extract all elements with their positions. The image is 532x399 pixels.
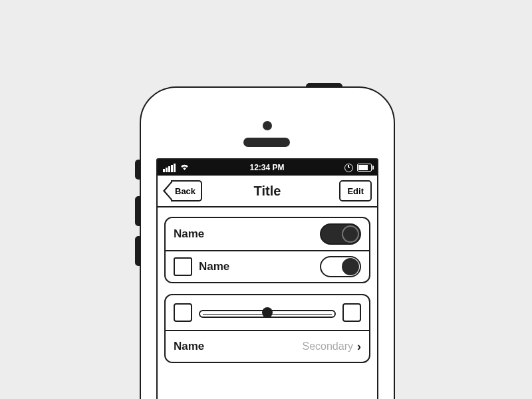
slider-row <box>166 295 369 330</box>
row-label: Name <box>174 227 204 241</box>
status-bar: 12:34 PM <box>158 160 377 176</box>
edit-button-label: Edit <box>347 186 364 196</box>
content-area: Name Name <box>158 207 377 383</box>
alarm-icon <box>344 164 353 172</box>
slider-min-icon <box>174 303 192 322</box>
wifi-icon <box>180 163 190 173</box>
toggle-row-1: Name <box>166 218 369 250</box>
navigation-bar: Back Title Edit <box>158 176 377 207</box>
edit-button[interactable]: Edit <box>339 180 372 201</box>
slider-thumb[interactable] <box>262 307 273 318</box>
front-camera <box>263 121 272 130</box>
toggle-switch-on[interactable] <box>320 223 361 245</box>
detail-row[interactable]: Name Secondary › <box>166 330 369 362</box>
earpiece <box>243 138 290 147</box>
toggle-row-2: Name <box>166 250 369 282</box>
slider[interactable] <box>199 306 336 319</box>
settings-group-1: Name Name <box>164 217 370 283</box>
screen: 12:34 PM Back Title Edit Name <box>156 158 378 399</box>
battery-icon <box>357 164 372 172</box>
row-label: Name <box>174 340 204 353</box>
back-button-label: Back <box>175 186 196 196</box>
secondary-label: Secondary <box>303 340 354 352</box>
signal-icon <box>163 164 176 172</box>
checkbox[interactable] <box>174 257 192 276</box>
status-time: 12:34 PM <box>249 163 284 172</box>
toggle-switch-off[interactable] <box>320 256 361 277</box>
settings-group-2: Name Secondary › <box>164 294 370 363</box>
slider-max-icon <box>342 303 361 322</box>
chevron-right-icon: › <box>357 340 361 354</box>
row-label: Name <box>199 260 229 273</box>
back-button[interactable]: Back <box>171 180 202 201</box>
